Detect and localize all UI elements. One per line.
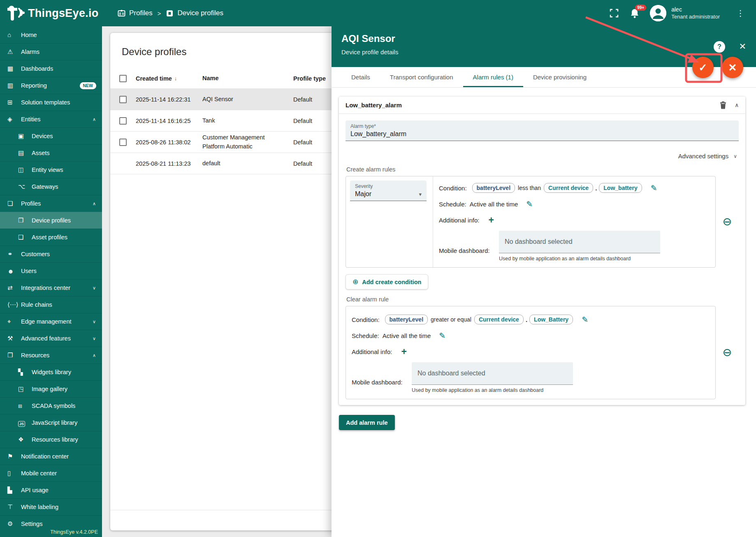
sidebar-item-profiles[interactable]: ❏Profiles∧ [0, 195, 102, 212]
widgets-library-icon: ▚ [18, 368, 32, 376]
sidebar-item-label: Reporting [21, 82, 47, 89]
tab-details[interactable]: Details [341, 67, 380, 87]
condition-row: Condition: batteryLevel greater or equal… [352, 315, 711, 324]
sidebar-item-label: Device profiles [32, 217, 71, 224]
alarms-icon: ⚠ [7, 48, 21, 56]
sidebar-item-users[interactable]: ☻Users [0, 262, 102, 279]
sidebar-item-resources[interactable]: ❐Resources∧ [0, 347, 102, 363]
entities-icon: ◈ [7, 116, 21, 123]
sidebar-item-widgets-library[interactable]: ▚Widgets library [0, 363, 102, 380]
white-labeling-icon: ⊤ [7, 503, 21, 511]
avatar[interactable] [650, 5, 666, 21]
remove-clear-condition-button[interactable]: ⊖ [723, 347, 732, 358]
clear-alarm-rule-box: Condition: batteryLevel greater or equal… [346, 306, 716, 399]
sidebar-item-entity-views[interactable]: ◫Entity views [0, 161, 102, 178]
sidebar-item-alarms[interactable]: ⚠Alarms [0, 43, 102, 60]
sidebar-item-assets[interactable]: ▤Assets [0, 144, 102, 161]
cancel-icon: ✕ [728, 62, 737, 74]
discard-changes-button[interactable]: ✕ [722, 57, 743, 78]
advanced-features-icon: ⚒ [7, 335, 21, 342]
add-additional-info-icon[interactable]: + [488, 215, 494, 225]
mobile-dashboard-input[interactable]: No dashboard selected [499, 231, 660, 253]
sidebar-item-resources-library[interactable]: ❖Resources library [0, 431, 102, 448]
sidebar-item-label: Home [21, 32, 37, 38]
sidebar-item-rule-chains[interactable]: ⟨⋯⟩Rule chains [0, 296, 102, 313]
sidebar-item-reporting[interactable]: ▥ReportingNEW [0, 77, 102, 94]
sidebar-item-scada-symbols[interactable]: ⧈SCADA symbols [0, 397, 102, 414]
sidebar-item-gateways[interactable]: ⌥Gateways [0, 178, 102, 195]
tab-device-provisioning[interactable]: Device provisioning [523, 67, 596, 87]
sidebar-item-edge-management[interactable]: ⌖Edge management∨ [0, 313, 102, 330]
sidebar-item-entities[interactable]: ◈Entities∧ [0, 111, 102, 127]
tab-alarm-rules-1[interactable]: Alarm rules (1) [463, 67, 523, 87]
add-alarm-rule-button[interactable]: Add alarm rule [339, 415, 395, 430]
alarm-type-field[interactable]: Alarm type* Low_battery_alarm [346, 120, 739, 141]
create-alarm-rule-row: Severity Major ▾ Condition: batteryLevel [346, 176, 739, 268]
close-icon[interactable]: ✕ [739, 42, 746, 51]
edit-schedule-icon[interactable]: ✎ [526, 199, 533, 209]
add-create-condition-button[interactable]: ⊕ Add create condition [346, 274, 428, 289]
sort-desc-icon[interactable]: ↓ [174, 75, 177, 81]
user-info[interactable]: alec Tenant administrator [671, 6, 720, 20]
add-additional-info-icon[interactable]: + [401, 347, 406, 356]
sidebar-item-asset-profiles[interactable]: ❑Asset profiles [0, 229, 102, 245]
sidebar-item-notification-center[interactable]: ⚑Notification center [0, 448, 102, 465]
sidebar-item-label: Dashboards [21, 65, 53, 72]
collapse-icon[interactable]: ∧ [735, 102, 739, 108]
sidebar-item-advanced-features[interactable]: ⚒Advanced features∨ [0, 330, 102, 347]
breadcrumb-profiles[interactable]: Profiles [118, 9, 153, 17]
edit-condition-icon[interactable]: ✎ [651, 183, 657, 193]
row-checkbox[interactable] [119, 117, 127, 125]
sidebar-item-label: White labeling [21, 504, 58, 510]
column-name[interactable]: Name [202, 74, 293, 83]
column-created-time[interactable]: Created time [136, 75, 172, 82]
assets-icon: ▤ [18, 149, 32, 157]
advanced-settings-toggle[interactable]: Advanced settings ∨ [346, 153, 737, 160]
mobile-dashboard-input[interactable]: No dashboard selected [412, 362, 573, 385]
settings-icon: ⚙ [7, 520, 21, 528]
remove-create-condition-button[interactable]: ⊖ [723, 216, 732, 227]
logo[interactable]: ThingsEye.io [0, 5, 108, 21]
sidebar-item-api-usage[interactable]: ▙API usage [0, 481, 102, 498]
delete-alarm-rule-icon[interactable] [720, 101, 726, 109]
chevron-down-icon: ∨ [93, 336, 96, 341]
breadcrumb-separator: > [158, 10, 161, 17]
select-all-checkbox[interactable] [119, 75, 127, 82]
row-checkbox[interactable] [119, 139, 127, 146]
resources-library-icon: ❖ [18, 436, 32, 443]
severity-select[interactable]: Severity Major ▾ [350, 181, 427, 201]
sidebar-item-devices[interactable]: ▣Devices [0, 127, 102, 144]
panel-title: AQI Sensor [341, 33, 746, 44]
sidebar-item-solution-templates[interactable]: ⊞Solution templates [0, 94, 102, 111]
sidebar-item-home[interactable]: ⌂Home [0, 26, 102, 43]
sidebar-item-white-labeling[interactable]: ⊤White labeling [0, 498, 102, 515]
users-icon: ☻ [7, 268, 21, 275]
clear-rule-conditions: Condition: batteryLevel greater or equal… [346, 306, 715, 399]
sidebar-item-dashboards[interactable]: ▦Dashboards [0, 60, 102, 77]
mobile-dashboard-row: Mobile dashboard: No dashboard selected … [352, 362, 711, 393]
fullscreen-icon[interactable] [610, 9, 619, 18]
sidebar-item-javascript-library[interactable]: JSJavaScript library [0, 414, 102, 431]
condition-row: Condition: batteryLevel less than Curren… [439, 183, 711, 193]
device-profile-badge-icon [166, 9, 174, 17]
sidebar-item-label: Customers [21, 251, 50, 257]
logo-icon [6, 5, 25, 21]
edit-schedule-icon[interactable]: ✎ [439, 331, 445, 340]
breadcrumb-device-profiles[interactable]: Device profiles [166, 9, 223, 17]
edit-condition-icon[interactable]: ✎ [582, 315, 588, 324]
sidebar-item-customers[interactable]: ⚭Customers [0, 245, 102, 262]
tab-transport-configuration[interactable]: Transport configuration [380, 67, 463, 87]
row-checkbox[interactable] [119, 96, 127, 103]
plus-circle-icon: ⊕ [352, 278, 358, 286]
sidebar-item-mobile-center[interactable]: ▯Mobile center [0, 465, 102, 481]
kebab-menu-icon[interactable]: ⋮ [734, 8, 756, 18]
devices-icon: ▣ [18, 132, 32, 140]
sidebar-item-image-gallery[interactable]: ◳Image gallery [0, 380, 102, 397]
create-alarm-rule-box: Severity Major ▾ Condition: batteryLevel [346, 176, 716, 268]
sidebar-item-label: Users [21, 268, 37, 274]
sidebar-item-integrations-center[interactable]: ⇄Integrations center∨ [0, 279, 102, 296]
notifications-bell[interactable]: 99+ [630, 8, 639, 18]
help-icon[interactable]: ? [714, 41, 725, 53]
sidebar-item-device-profiles[interactable]: ❒Device profiles [0, 212, 102, 229]
apply-changes-button[interactable]: ✓ [692, 57, 714, 78]
